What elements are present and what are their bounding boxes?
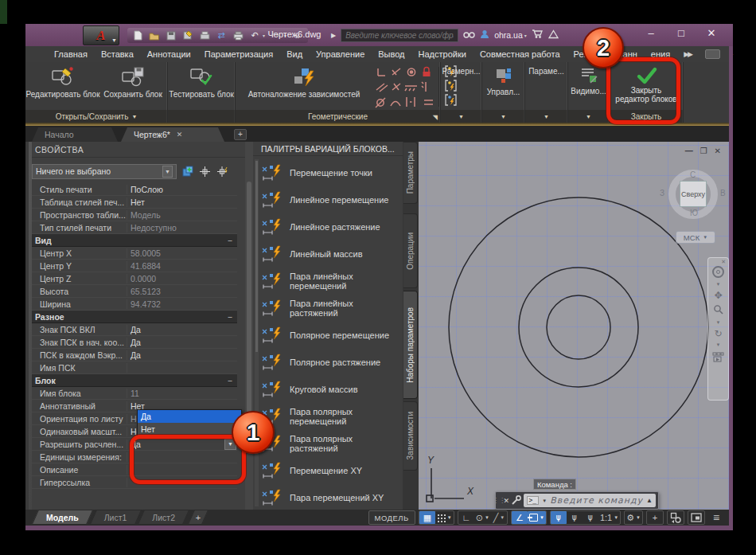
palette-item[interactable]: Пара полярных растяжений: [261, 430, 401, 457]
palette-side-tab[interactable]: Параметры: [403, 142, 418, 204]
test-block-button[interactable]: Тестировать блок: [168, 62, 235, 110]
annotation-scale-button[interactable]: 1:1▼: [598, 511, 620, 524]
chevron-down-icon[interactable]: ▼: [716, 282, 721, 287]
save-as-icon[interactable]: [182, 30, 193, 41]
chevron-down-icon[interactable]: ▼: [162, 166, 173, 178]
viewport-close-icon[interactable]: ✕: [715, 147, 721, 155]
cart-icon[interactable]: [532, 28, 544, 42]
command-input[interactable]: >_ ▼ Введите команду ▲: [524, 494, 656, 507]
palette-side-tab[interactable]: Зависимости: [403, 401, 418, 471]
chevron-down-icon[interactable]: ▼: [542, 498, 547, 503]
property-value[interactable]: 58.0005: [127, 248, 237, 258]
ribbon-tab[interactable]: Вставка: [101, 49, 134, 59]
palette-item[interactable]: Полярное перемещение: [261, 322, 401, 349]
new-tab-button[interactable]: +: [234, 129, 247, 140]
command-close-icon[interactable]: ✕: [502, 497, 511, 505]
property-value[interactable]: Да: [127, 325, 237, 334]
panel-title-geometric[interactable]: Геометрические: [236, 110, 440, 123]
chevron-down-icon[interactable]: ▼: [636, 515, 641, 520]
property-row[interactable]: Центр X 58.0005: [32, 247, 237, 260]
scrollbar-thumb[interactable]: [247, 182, 251, 412]
exchange-apps-icon[interactable]: [548, 28, 559, 42]
showmotion-icon[interactable]: [712, 351, 724, 365]
close-tab-icon[interactable]: ✕: [177, 131, 183, 139]
property-row[interactable]: Центр Y 41.6884: [32, 260, 237, 272]
palette-item[interactable]: Круговой массив: [261, 376, 401, 403]
model-space-button[interactable]: МОДЕЛЬ: [368, 510, 415, 525]
property-row[interactable]: Таблица стилей печ... Нет: [32, 196, 237, 209]
signed-in-account[interactable]: ohra.ua: [494, 30, 523, 40]
object-snap-icon[interactable]: ⋔: [551, 511, 567, 524]
infocenter-expand-icon[interactable]: ▶: [331, 32, 336, 39]
compass-east[interactable]: В: [720, 189, 726, 197]
property-row[interactable]: Высота 65.5123: [32, 285, 237, 298]
collapse-icon[interactable]: −: [228, 376, 232, 385]
panel-parametric[interactable]: Параме... ▼: [525, 62, 568, 123]
close-button[interactable]: ✕: [703, 27, 720, 39]
ribbon-tab[interactable]: Аннотации: [147, 49, 191, 59]
property-value[interactable]: 0.0000: [127, 274, 237, 283]
viewcube-top-face[interactable]: Сверху: [680, 181, 707, 207]
isoplane-icon[interactable]: ╱▼: [491, 511, 507, 524]
ribbon-tab[interactable]: Совместная работа: [480, 49, 560, 59]
isolate-objects-icon[interactable]: [668, 511, 684, 524]
ribbon-tab[interactable]: Надстройки: [419, 49, 466, 59]
ribbon-tab[interactable]: Главная: [54, 49, 88, 59]
account-dropdown-icon[interactable]: ▾: [524, 33, 527, 38]
chevron-down-icon[interactable]: ▼: [540, 515, 544, 520]
geometric-constraints-grid[interactable]: [375, 65, 437, 110]
grid-display-icon[interactable]: ▦: [419, 511, 435, 524]
property-row[interactable]: Имя блока 11: [32, 387, 237, 400]
property-value[interactable]: 65.5123: [127, 287, 237, 296]
ribbon-tab[interactable]: Управление: [316, 49, 364, 59]
orbit-icon[interactable]: ↻: [714, 329, 722, 338]
panel-title-open-save[interactable]: Открыть/Сохранить▼: [25, 110, 167, 123]
infocenter-search-input[interactable]: [341, 29, 458, 42]
select-objects-icon[interactable]: [198, 165, 212, 178]
chevron-down-icon[interactable]: ▼: [447, 515, 452, 520]
parametric-expand[interactable]: ▼: [525, 110, 567, 123]
object-snap-3d-icon[interactable]: ⋔: [583, 511, 598, 524]
palette-item[interactable]: Пара линейных растяжений: [261, 295, 401, 322]
property-section-header[interactable]: Вид −: [32, 234, 237, 247]
chevron-down-icon[interactable]: ▼: [614, 515, 618, 520]
palette-scrollbar[interactable]: [255, 159, 259, 506]
panel-launcher-icon[interactable]: ◥: [433, 114, 438, 121]
property-value[interactable]: Да: [127, 338, 237, 347]
gear-icon[interactable]: ⚙▼: [625, 511, 642, 524]
viewport-minimize-icon[interactable]: —: [685, 147, 693, 155]
new-layout-button[interactable]: +: [188, 510, 208, 525]
ribbon-tab[interactable]: Вывод: [378, 49, 404, 59]
palette-item[interactable]: Полярное растяжение: [261, 349, 401, 376]
application-menu-button[interactable]: A ▼: [83, 25, 119, 45]
annotation-monitor-icon[interactable]: ∠: [512, 511, 528, 524]
property-value[interactable]: Да: [127, 350, 237, 360]
property-value[interactable]: ПоСлою: [127, 185, 237, 194]
panel-manage[interactable]: Управл... ▼: [482, 62, 525, 123]
property-value[interactable]: Модель: [127, 210, 237, 220]
toggle-pickadd-icon[interactable]: [181, 165, 194, 178]
binoculars-icon[interactable]: [463, 28, 475, 42]
dropdown-option[interactable]: Нет: [138, 423, 241, 436]
chevron-down-icon[interactable]: ▼: [716, 342, 721, 347]
manage-expand[interactable]: ▼: [482, 110, 524, 123]
polar-tracking-icon[interactable]: ⊙▼: [474, 511, 491, 524]
property-row[interactable]: Стиль печати ПоСлою: [32, 183, 237, 196]
minimize-button[interactable]: –: [642, 27, 660, 39]
tab-drawing6[interactable]: Чертеж6* ✕: [121, 127, 224, 142]
compass-north[interactable]: С: [690, 170, 696, 179]
palette-item[interactable]: Линейный массив: [261, 240, 401, 268]
plot-icon[interactable]: [199, 30, 210, 41]
layout-tab[interactable]: Модель: [33, 510, 92, 525]
property-row[interactable]: Тип стилей печати Недоступно: [32, 221, 237, 234]
maximize-button[interactable]: □: [672, 27, 690, 39]
transfer-icon[interactable]: ⇄: [216, 30, 227, 41]
compass-west[interactable]: З: [660, 189, 664, 197]
property-value[interactable]: 11: [127, 389, 237, 398]
dynamic-input-icon[interactable]: ▼: [528, 511, 546, 524]
command-history-icon[interactable]: ▲: [646, 497, 653, 504]
clean-screen-icon[interactable]: [688, 511, 704, 524]
palette-item[interactable]: Перемещение точки: [261, 159, 401, 186]
open-folder-icon[interactable]: [149, 30, 160, 41]
property-section-header[interactable]: Разное −: [32, 311, 237, 323]
